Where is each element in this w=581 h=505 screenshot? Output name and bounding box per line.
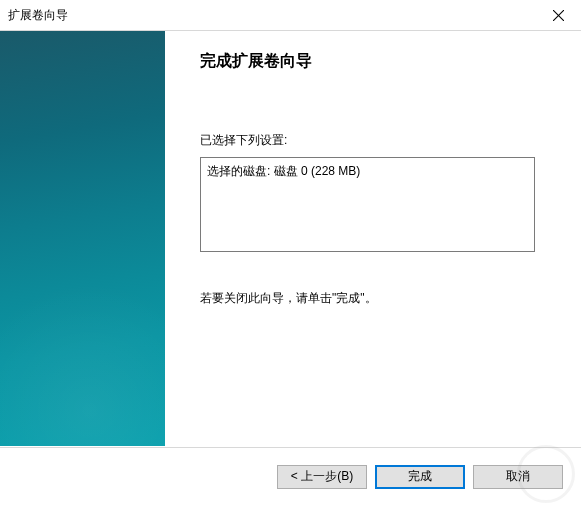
settings-label: 已选择下列设置: xyxy=(200,132,551,149)
back-button[interactable]: < 上一步(B) xyxy=(277,465,367,489)
button-row: < 上一步(B) 完成 取消 xyxy=(0,447,581,505)
wizard-side-graphic xyxy=(0,31,165,446)
selected-disk-line: 选择的磁盘: 磁盘 0 (228 MB) xyxy=(207,163,528,180)
content-area: 完成扩展卷向导 已选择下列设置: 选择的磁盘: 磁盘 0 (228 MB) 若要… xyxy=(0,31,581,446)
page-heading: 完成扩展卷向导 xyxy=(200,51,551,72)
titlebar: 扩展卷向导 xyxy=(0,0,581,30)
settings-listbox[interactable]: 选择的磁盘: 磁盘 0 (228 MB) xyxy=(200,157,535,252)
finish-instruction: 若要关闭此向导，请单击"完成"。 xyxy=(200,290,551,307)
window-title: 扩展卷向导 xyxy=(8,7,68,24)
finish-button[interactable]: 完成 xyxy=(375,465,465,489)
close-icon xyxy=(553,10,564,21)
main-panel: 完成扩展卷向导 已选择下列设置: 选择的磁盘: 磁盘 0 (228 MB) 若要… xyxy=(165,31,581,446)
close-button[interactable] xyxy=(536,0,581,30)
cancel-button[interactable]: 取消 xyxy=(473,465,563,489)
